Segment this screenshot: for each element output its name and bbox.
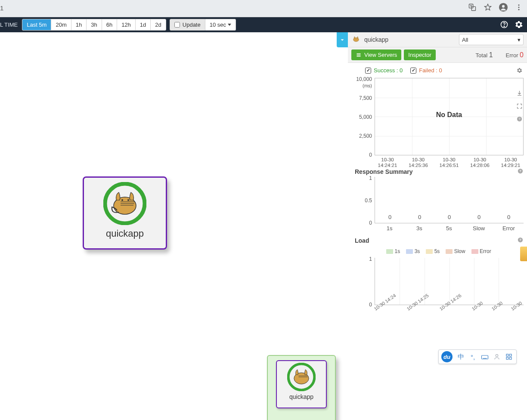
chart-title: Response Summary [355, 168, 413, 175]
load-legend: 1s 3s 5s Slow Error [354, 246, 524, 254]
ime-toolbar[interactable]: du 中 °, [438, 349, 517, 364]
help-icon[interactable] [499, 19, 510, 30]
svg-rect-28 [506, 354, 508, 356]
svg-point-7 [518, 9, 520, 10]
help-icon[interactable]: ? [517, 168, 524, 176]
app-node-group[interactable]: quickapp [267, 355, 336, 420]
ime-grid-icon[interactable] [504, 352, 514, 361]
svg-rect-31 [509, 357, 512, 359]
ime-logo-icon: du [441, 351, 453, 362]
svg-rect-17 [357, 53, 361, 54]
chart-title: Load [355, 237, 369, 244]
bar-cat: Error [496, 225, 521, 232]
server-filter-select[interactable]: All ▾ [459, 34, 524, 45]
time-toolbar: L TIME Last 5m 20m 1h 3h 6h 12h 1d 2d Up… [0, 17, 527, 32]
chevron-down-icon [228, 24, 231, 26]
response-summary-chart: Response Summary ? 1 0.5 0 0 0 0 0 0 [348, 162, 527, 231]
svg-point-12 [121, 199, 123, 201]
y-tick: 0 [369, 302, 372, 308]
legend-failed[interactable]: Failed : 0 [410, 67, 442, 74]
svg-text:?: ? [519, 238, 521, 242]
tomcat-icon [84, 182, 166, 226]
time-range-group: Last 5m 20m 1h 3h 6h 12h 1d 2d [22, 19, 166, 31]
legend-success[interactable]: Success : 0 [365, 67, 403, 74]
range-1d[interactable]: 1d [136, 19, 151, 30]
bar-value: 0 [466, 214, 492, 220]
load-chart: Load ? 1s 3s 5s Slow Error 1 0 10 [348, 231, 527, 316]
svg-rect-30 [506, 357, 508, 359]
bar-cat: 3s [406, 225, 432, 232]
svg-marker-2 [485, 4, 491, 10]
y-tick: 0 [369, 152, 372, 158]
svg-point-27 [496, 355, 498, 357]
browser-chrome: 1 [0, 0, 527, 17]
app-node-main-label: quickapp [84, 228, 166, 239]
topology-canvas[interactable]: quickapp quickapp [0, 32, 348, 420]
star-icon[interactable] [483, 3, 493, 12]
bar-value: 0 [377, 214, 403, 220]
range-6h[interactable]: 6h [102, 19, 117, 30]
url-fragment: 1 [0, 4, 3, 12]
ime-user-icon[interactable] [492, 352, 502, 361]
kebab-menu-icon[interactable] [514, 3, 524, 12]
app-node-small[interactable]: quickapp [276, 360, 327, 408]
checkbox-icon [410, 68, 416, 74]
account-icon[interactable] [499, 3, 508, 12]
svg-rect-18 [357, 55, 361, 56]
side-tab-stub[interactable] [520, 247, 527, 261]
app-node-small-label: quickapp [277, 393, 326, 400]
legend-failed-label: Failed : 0 [419, 67, 442, 74]
svg-point-9 [504, 26, 505, 27]
help-icon[interactable]: ? [517, 237, 524, 244]
y-tick: 10,000 [356, 76, 372, 82]
y-tick: 7,500 [359, 95, 372, 101]
auto-update-checkbox[interactable] [174, 22, 180, 28]
y-unit: (ms) [363, 83, 372, 88]
y-tick: 0.5 [365, 198, 372, 204]
server-filter-value: All [462, 37, 468, 43]
view-servers-button[interactable]: View Servers [351, 49, 401, 60]
settings-icon[interactable] [513, 19, 524, 30]
collapse-panel-button[interactable] [337, 32, 348, 47]
chevron-down-icon: ▾ [518, 37, 521, 43]
gear-icon[interactable] [516, 67, 523, 75]
svg-point-5 [518, 4, 520, 6]
help-icon[interactable]: ? [516, 116, 523, 124]
tomcat-small-icon [351, 35, 361, 44]
interval-select[interactable]: 10 sec [205, 19, 236, 31]
bar-value: 0 [437, 214, 462, 220]
svg-point-4 [502, 5, 505, 8]
realtime-label: L TIME [0, 22, 21, 28]
no-data-label: No Data [436, 111, 462, 119]
svg-point-6 [518, 7, 520, 8]
ime-punct-icon[interactable]: °, [468, 352, 477, 361]
y-tick: 5,000 [359, 114, 372, 120]
svg-point-13 [127, 199, 129, 201]
range-last5m[interactable]: Last 5m [22, 19, 51, 30]
legend-success-label: Success : 0 [374, 67, 403, 74]
inspector-button[interactable]: Inspector [404, 49, 435, 60]
bar-cat: Slow [466, 225, 492, 232]
download-icon[interactable] [516, 90, 523, 98]
auto-update-toggle[interactable]: Update [170, 19, 205, 31]
latency-chart: 10,000 (ms) 7,500 5,000 2,500 0 No Data … [348, 75, 527, 162]
interval-value: 10 sec [210, 22, 226, 28]
range-1h[interactable]: 1h [71, 19, 87, 30]
bar-value: 0 [407, 214, 433, 220]
details-panel: quickapp All ▾ View Servers Inspector To… [348, 32, 527, 420]
fullscreen-icon[interactable] [516, 103, 523, 111]
svg-text:?: ? [519, 169, 521, 173]
range-3h[interactable]: 3h [87, 19, 102, 30]
range-2d[interactable]: 2d [151, 19, 165, 30]
translate-icon[interactable] [468, 3, 477, 12]
y-tick: 1 [369, 256, 372, 262]
ime-keyboard-icon[interactable] [480, 352, 490, 361]
app-node-main[interactable]: quickapp [83, 176, 167, 250]
bar-value: 0 [496, 214, 522, 220]
tomcat-icon [277, 363, 326, 392]
y-tick: 1 [369, 175, 372, 181]
range-12h[interactable]: 12h [117, 19, 136, 30]
y-tick: 2,500 [359, 133, 372, 139]
ime-lang-icon[interactable]: 中 [456, 352, 465, 361]
range-20m[interactable]: 20m [51, 19, 71, 30]
